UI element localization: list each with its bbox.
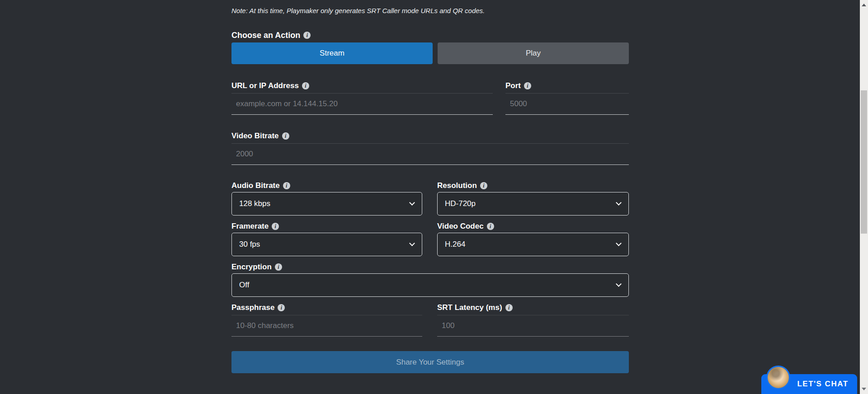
stream-settings-form: Note: At this time, Playmaker only gener…	[231, 0, 629, 373]
video-codec-label: Video Codec i	[437, 222, 629, 231]
url-label-text: URL or IP Address	[231, 81, 299, 90]
url-label: URL or IP Address i	[231, 81, 493, 90]
audio-bitrate-select[interactable]: 128 kbps	[231, 192, 422, 216]
video-bitrate-label: Video Bitrate i	[231, 131, 629, 141]
framerate-codec-row: Framerate i 30 fps Video Codec i H.264	[231, 222, 629, 256]
audio-resolution-row: Audio Bitrate i 128 kbps Resolution i HD…	[231, 181, 629, 216]
srt-latency-label-text: SRT Latency (ms)	[437, 303, 502, 312]
info-icon[interactable]: i	[303, 32, 311, 39]
port-label: Port i	[505, 81, 629, 90]
chevron-down-icon	[616, 240, 622, 246]
video-codec-label-text: Video Codec	[437, 222, 484, 231]
framerate-label: Framerate i	[231, 222, 422, 231]
scroll-up-icon[interactable]	[862, 4, 866, 6]
resolution-select[interactable]: HD-720p	[437, 192, 629, 216]
encryption-select[interactable]: Off	[231, 273, 629, 297]
framerate-label-text: Framerate	[231, 222, 269, 231]
url-field-group: URL or IP Address i	[231, 81, 493, 115]
encryption-label: Encryption i	[231, 263, 629, 272]
video-bitrate-row: Video Bitrate i	[231, 131, 629, 165]
resolution-label: Resolution i	[437, 181, 629, 190]
chat-label: LET'S CHAT	[791, 374, 854, 394]
chevron-down-icon	[409, 240, 415, 246]
info-icon[interactable]: i	[480, 182, 487, 189]
video-codec-field-group: Video Codec i H.264	[437, 222, 629, 256]
info-icon[interactable]: i	[302, 82, 309, 89]
resolution-label-text: Resolution	[437, 181, 477, 190]
resolution-field-group: Resolution i HD-720p	[437, 181, 629, 216]
action-button-group: Stream Play	[231, 42, 629, 64]
srt-latency-label: SRT Latency (ms) i	[437, 303, 629, 312]
resolution-value: HD-720p	[445, 199, 476, 208]
info-icon[interactable]: i	[524, 82, 531, 89]
encryption-row: Encryption i Off	[231, 263, 629, 297]
info-icon[interactable]: i	[282, 132, 289, 140]
info-icon[interactable]: i	[283, 182, 290, 189]
chevron-down-icon	[409, 200, 415, 206]
url-port-row: URL or IP Address i Port i	[231, 81, 629, 115]
share-settings-button[interactable]: Share Your Settings	[231, 351, 629, 373]
chevron-down-icon	[616, 200, 622, 206]
playmaker-note: Note: At this time, Playmaker only gener…	[231, 6, 629, 15]
passphrase-field-group: Passphrase i	[231, 303, 422, 337]
chat-widget[interactable]: LET'S CHAT	[761, 374, 857, 394]
encryption-field-group: Encryption i Off	[231, 263, 629, 297]
framerate-field-group: Framerate i 30 fps	[231, 222, 422, 256]
info-icon[interactable]: i	[278, 304, 285, 311]
audio-bitrate-label-text: Audio Bitrate	[231, 181, 280, 190]
play-button[interactable]: Play	[438, 42, 629, 64]
info-icon[interactable]: i	[505, 304, 513, 311]
video-codec-select[interactable]: H.264	[437, 233, 629, 256]
encryption-value: Off	[239, 281, 249, 290]
audio-bitrate-label: Audio Bitrate i	[231, 181, 422, 190]
url-input[interactable]	[231, 93, 493, 115]
audio-bitrate-field-group: Audio Bitrate i 128 kbps	[231, 181, 422, 216]
passphrase-label: Passphrase i	[231, 303, 422, 312]
chat-agent-avatar	[766, 366, 790, 389]
video-bitrate-input[interactable]	[231, 143, 629, 165]
srt-latency-input[interactable]	[437, 315, 629, 337]
video-codec-value: H.264	[445, 240, 465, 249]
framerate-select[interactable]: 30 fps	[231, 233, 422, 256]
srt-latency-field-group: SRT Latency (ms) i	[437, 303, 629, 337]
passphrase-latency-row: Passphrase i SRT Latency (ms) i	[231, 303, 629, 337]
page: Note: At this time, Playmaker only gener…	[0, 0, 868, 394]
port-field-group: Port i	[505, 81, 629, 115]
video-bitrate-field-group: Video Bitrate i	[231, 131, 629, 165]
scrollbar[interactable]	[860, 0, 868, 394]
port-input[interactable]	[505, 93, 629, 115]
scrollbar-thumb[interactable]	[861, 90, 867, 234]
framerate-value: 30 fps	[239, 240, 260, 249]
info-icon[interactable]: i	[275, 263, 282, 271]
chevron-down-icon	[616, 281, 622, 287]
info-icon[interactable]: i	[487, 223, 494, 230]
choose-action-label: Choose an Action i	[231, 30, 629, 40]
info-icon[interactable]: i	[272, 223, 279, 230]
video-bitrate-label-text: Video Bitrate	[231, 131, 279, 141]
stream-button[interactable]: Stream	[231, 42, 433, 64]
port-label-text: Port	[505, 81, 521, 90]
passphrase-label-text: Passphrase	[231, 303, 274, 312]
audio-bitrate-value: 128 kbps	[239, 199, 270, 208]
choose-action-text: Choose an Action	[231, 30, 300, 40]
passphrase-input[interactable]	[231, 315, 422, 337]
scroll-down-icon[interactable]	[862, 388, 866, 390]
encryption-label-text: Encryption	[231, 263, 272, 272]
